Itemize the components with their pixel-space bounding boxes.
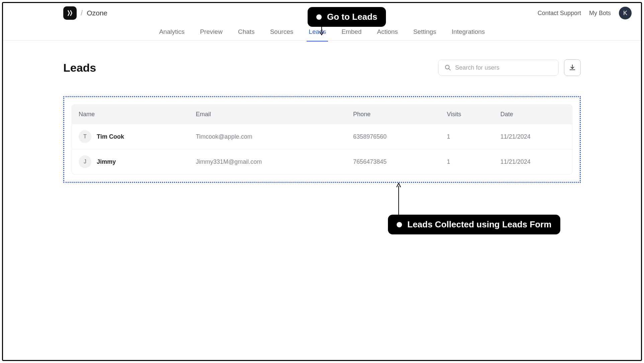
leads-table: Name Email Phone Visits Date T Tim Cook …	[72, 104, 572, 174]
page-header: Leads	[63, 59, 581, 76]
lead-visits: 1	[447, 158, 500, 165]
workspace-name[interactable]: Ozone	[87, 9, 107, 17]
breadcrumb-separator: /	[81, 9, 83, 17]
col-date: Date	[500, 111, 565, 118]
name-cell: J Jimmy	[79, 155, 196, 168]
topbar-right: Contact Support My Bots K	[538, 7, 632, 19]
leads-table-highlight: Name Email Phone Visits Date T Tim Cook …	[63, 96, 581, 183]
col-visits: Visits	[447, 111, 500, 118]
name-cell: T Tim Cook	[79, 130, 196, 143]
download-button[interactable]	[564, 59, 581, 76]
search-input[interactable]	[455, 64, 552, 71]
col-email: Email	[196, 111, 353, 118]
annotation-bottom-label: Leads Collected using Leads Form	[407, 219, 552, 230]
app-logo-icon	[66, 9, 74, 17]
table-row[interactable]: T Tim Cook Timcook@apple.com 6358976560 …	[72, 124, 572, 149]
col-name: Name	[79, 111, 196, 118]
search-input-wrapper[interactable]	[438, 60, 559, 76]
page-title: Leads	[63, 61, 96, 74]
annotation-leads-collected: Leads Collected using Leads Form	[388, 215, 560, 234]
lead-email: Jimmy331M@gmail.com	[196, 158, 353, 165]
lead-name: Tim Cook	[97, 133, 124, 140]
page-header-actions	[438, 59, 581, 76]
lead-email: Timcook@apple.com	[196, 133, 353, 140]
annotation-arrow-icon	[395, 183, 402, 216]
page-content: Leads	[3, 41, 641, 183]
lead-name: Jimmy	[97, 158, 116, 165]
lead-phone: 7656473845	[353, 158, 447, 165]
svg-line-1	[449, 68, 450, 70]
annotation-top-label: Go to Leads	[327, 12, 377, 22]
table-header: Name Email Phone Visits Date	[72, 105, 572, 124]
tab-settings[interactable]: Settings	[412, 23, 438, 40]
tab-preview[interactable]: Preview	[198, 23, 224, 40]
lead-visits: 1	[447, 133, 500, 140]
col-phone: Phone	[353, 111, 447, 118]
table-row[interactable]: J Jimmy Jimmy331M@gmail.com 7656473845 1…	[72, 149, 572, 174]
annotation-dot-icon	[397, 222, 402, 227]
search-icon	[445, 64, 451, 71]
lead-phone: 6358976560	[353, 133, 447, 140]
my-bots-link[interactable]: My Bots	[589, 10, 611, 17]
tab-chats[interactable]: Chats	[237, 23, 256, 40]
app-logo[interactable]	[63, 6, 77, 20]
avatar-initial: K	[623, 10, 627, 17]
breadcrumb: / Ozone	[3, 6, 107, 20]
lead-initial: J	[79, 155, 91, 168]
tab-sources[interactable]: Sources	[269, 23, 295, 40]
download-icon	[569, 64, 576, 71]
tab-integrations[interactable]: Integrations	[450, 23, 486, 40]
lead-date: 11/21/2024	[500, 158, 565, 165]
lead-initial: T	[79, 130, 91, 143]
annotation-go-to-leads: Go to Leads	[308, 7, 386, 27]
annotation-dot-icon	[316, 14, 322, 20]
lead-date: 11/21/2024	[500, 133, 565, 140]
tab-analytics[interactable]: Analytics	[158, 23, 186, 40]
contact-support-link[interactable]: Contact Support	[538, 10, 581, 17]
avatar[interactable]: K	[619, 7, 632, 19]
